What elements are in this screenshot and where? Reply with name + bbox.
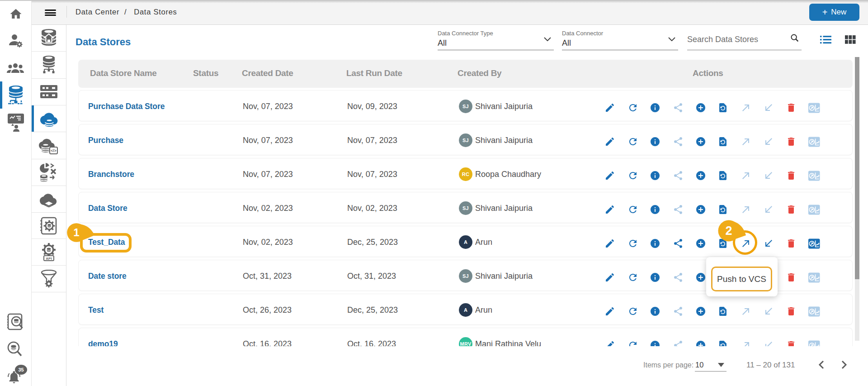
svg-text:1: 1 [73,226,79,238]
svg-text:</>: </> [51,148,56,153]
svg-text:2: 2 [725,224,732,238]
svg-text:API: API [46,257,52,261]
